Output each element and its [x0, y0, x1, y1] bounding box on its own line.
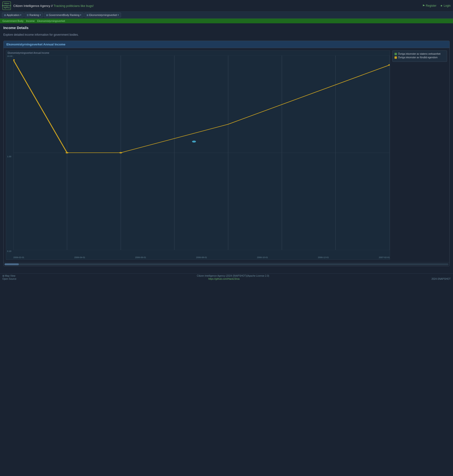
breadcrumb-ekonomistyrningsverket[interactable]: Ekonomistyrningsverket [37, 20, 65, 22]
scrollbar-thumb[interactable] [5, 263, 19, 265]
site-name-group: Citizen Intelligence Agency // Tracking … [13, 4, 94, 8]
login-icon: ★ [440, 4, 443, 7]
footer-github-link[interactable]: https://github.com/Hack23/cia [208, 278, 240, 280]
x-label-4: 2006-10-01 [257, 256, 268, 259]
legend-dot-1 [395, 53, 397, 55]
legend-label-1: Övriga inkomster av statens verksamhet [398, 53, 440, 55]
page-content: Income Details Explore detailed income i… [0, 23, 453, 273]
chart-point-2 [66, 152, 69, 153]
chart-svg-wrapper [13, 56, 390, 250]
header-actions: ⚑ Register ★ Login [422, 4, 451, 7]
chart-line-series1 [13, 60, 390, 153]
y-axis-top-label: 10.00 [7, 55, 13, 57]
nav-ranking-label: Ranking [29, 14, 39, 16]
breadcrumb-government-body[interactable]: Government Body [2, 20, 23, 22]
nav-governmentbody-ranking-label: GovernmentBody Ranking [49, 14, 79, 16]
chart-area: Ekonomistyrningsverket Annual Income 10.… [6, 50, 390, 260]
footer-center: Citizen Intelligence Agency (2024-SNAPSH… [197, 275, 269, 277]
x-label-5: 2006-12-01 [318, 256, 329, 259]
ranking-icon: ☰ [27, 14, 29, 16]
footer-open-source: Open Source [2, 278, 16, 280]
chart-container: Ekonomistyrningsverket Annual Income 10.… [4, 48, 449, 262]
breadcrumb-income[interactable]: Income [26, 20, 35, 22]
x-axis-labels: 2006-02-01 2006-04-01 2006-06-01 2006-08… [13, 256, 390, 259]
nav-application[interactable]: ⊞ Application ▾ [2, 13, 23, 17]
legend-label-2: Övriga inkomster av försåld egendom [398, 56, 438, 59]
chart-section: Ekonomistyrningsverket Annual Income Eko… [3, 41, 450, 266]
application-icon: ⊞ [4, 14, 6, 16]
legend-item-1: Övriga inkomster av statens verksamhet [395, 53, 445, 55]
site-name: Citizen Intelligence Agency [13, 4, 50, 8]
x-label-1: 2006-04-01 [74, 256, 85, 259]
page-title: Income Details [3, 26, 450, 30]
governmentbody-ranking-icon: ⊞ [46, 14, 48, 16]
footer-map-view[interactable]: ⊞ Map View [2, 275, 15, 277]
x-label-2: 2006-06-01 [135, 256, 146, 259]
x-label-3: 2006-08-01 [196, 256, 207, 259]
chart-legend: Övriga inkomster av statens verksamhet Ö… [392, 50, 447, 62]
chart-point-1 [13, 59, 15, 61]
nav-application-label: Application [7, 14, 20, 16]
chart-scrollbar[interactable] [4, 262, 449, 266]
ekonomistyrningsverket-nav-icon: ⊞ [86, 14, 88, 16]
footer: ⊞ Map View Citizen Intelligence Agency (… [0, 273, 453, 281]
scrollbar-track[interactable] [5, 263, 448, 265]
breadcrumb: Government Body Income Ekonomistyrningsv… [0, 19, 453, 23]
nav-governmentbody-ranking[interactable]: ⊞ GovernmentBody Ranking ▾ [44, 13, 84, 17]
nav-ekonomistyrningsverket[interactable]: ⊞ Ekonomistyrningsverket ▾ [85, 13, 121, 17]
footer-top: ⊞ Map View Citizen Intelligence Agency (… [2, 275, 451, 277]
footer-bottom: Open Source https://github.com/Hack23/ci… [2, 278, 451, 280]
footer-version: 2024-SNAPSHOT [431, 278, 451, 280]
navigation-bar: ⊞ Application ▾ ☰ Ranking ▾ ⊞ Government… [0, 12, 453, 19]
header-left: CitizenIntelligenceAgency Citizen Intell… [2, 1, 94, 10]
page-description: Explore detailed income information for … [3, 33, 450, 37]
chart-section-title: Ekonomistyrningsverket Annual Income [4, 41, 449, 48]
governmentbody-ranking-chevron-icon: ▾ [80, 14, 81, 16]
x-label-0: 2006-02-01 [13, 256, 24, 259]
legend-item-2: Övriga inkomster av försåld egendom [395, 56, 445, 59]
ranking-chevron-icon: ▾ [40, 14, 41, 16]
x-label-6: 2007-02-01 [379, 256, 390, 259]
chart-point-series2 [192, 141, 196, 142]
nav-ranking[interactable]: ☰ Ranking ▾ [24, 13, 43, 17]
chart-svg [13, 56, 390, 250]
legend-dot-2 [395, 56, 397, 59]
ekonomistyrningsverket-chevron-icon: ▾ [118, 14, 119, 16]
nav-ekonomistyrningsverket-label: Ekonomistyrningsverket [89, 14, 117, 16]
site-logo: CitizenIntelligenceAgency [2, 1, 11, 10]
register-link[interactable]: ⚑ Register [422, 4, 436, 7]
chart-point-3 [119, 152, 122, 153]
site-header: CitizenIntelligenceAgency Citizen Intell… [0, 0, 453, 12]
login-link[interactable]: ★ Login [440, 4, 451, 7]
y-axis-bottom-label: 0.10 [7, 250, 11, 252]
chart-inner-title: Ekonomistyrningsverket Annual Income [6, 51, 390, 55]
site-tagline: Tracking politicians like bugs! [54, 4, 94, 8]
y-axis-mid-label: 1.00 [7, 155, 11, 158]
site-separator: // [51, 4, 54, 8]
register-icon: ⚑ [422, 4, 425, 7]
application-chevron-icon: ▾ [20, 14, 21, 16]
